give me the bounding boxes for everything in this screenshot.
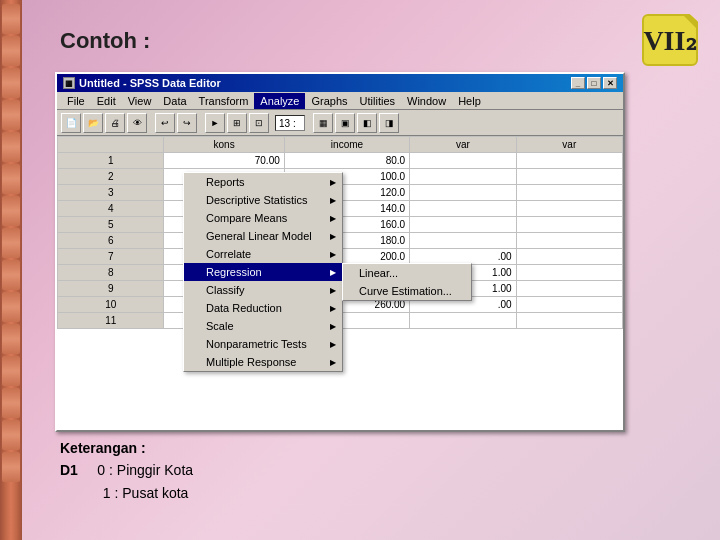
menu-edit[interactable]: Edit xyxy=(91,93,122,109)
chapter-badge: VII₂ xyxy=(642,14,698,66)
col-header-var2: var xyxy=(516,137,622,153)
analyze-dropdown: Reports ▶ Descriptive Statistics ▶ Compa… xyxy=(183,172,343,372)
submenu-arrow: ▶ xyxy=(330,196,336,205)
menu-view[interactable]: View xyxy=(122,93,158,109)
contoh-label: Contoh : xyxy=(60,28,150,54)
submenu-arrow: ▶ xyxy=(330,178,336,187)
close-button[interactable]: ✕ xyxy=(603,77,617,89)
window-title: Untitled - SPSS Data Editor xyxy=(79,77,221,89)
open-button[interactable]: 📂 xyxy=(83,113,103,133)
content-area: kons income var var 1 70.00 80.0 xyxy=(57,136,623,430)
menu-bar: File Edit View Data Transform Analyze Gr… xyxy=(57,92,623,110)
col-header-income: income xyxy=(284,137,409,153)
stats-button4[interactable]: ◨ xyxy=(379,113,399,133)
keterangan-d1: D1 0 : Pinggir Kota xyxy=(60,459,193,481)
cell-var2 xyxy=(516,233,622,249)
col-header-rownum xyxy=(58,137,164,153)
submenu-arrow: ▶ xyxy=(330,214,336,223)
window-icon: ▦ xyxy=(63,77,75,89)
menu-classify[interactable]: Classify ▶ xyxy=(184,281,342,299)
col-header-kons: kons xyxy=(164,137,284,153)
spss-window: ▦ Untitled - SPSS Data Editor _ □ ✕ File… xyxy=(55,72,625,432)
row-num: 2 xyxy=(58,169,164,185)
menu-scale[interactable]: Scale ▶ xyxy=(184,317,342,335)
submenu-arrow: ▶ xyxy=(330,358,336,367)
cell-var1 xyxy=(410,233,516,249)
submenu-arrow: ▶ xyxy=(330,232,336,241)
cell-var1 xyxy=(410,153,516,169)
cell-var2 xyxy=(516,153,622,169)
keterangan-section: Keterangan : D1 0 : Pinggir Kota 1 : Pus… xyxy=(60,437,193,504)
tb-extra3[interactable]: ⊡ xyxy=(249,113,269,133)
keterangan-title: Keterangan : xyxy=(60,437,193,459)
row-num: 9 xyxy=(58,281,164,297)
menu-utilities[interactable]: Utilities xyxy=(354,93,401,109)
preview-button[interactable]: 👁 xyxy=(127,113,147,133)
menu-file[interactable]: File xyxy=(61,93,91,109)
tb-extra1[interactable]: ► xyxy=(205,113,225,133)
submenu-arrow: ▶ xyxy=(330,322,336,331)
submenu-arrow: ▶ xyxy=(330,304,336,313)
stats-button3[interactable]: ◧ xyxy=(357,113,377,133)
menu-help[interactable]: Help xyxy=(452,93,487,109)
minimize-button[interactable]: _ xyxy=(571,77,585,89)
table-row: 1 70.00 80.0 xyxy=(58,153,623,169)
col-header-var1: var xyxy=(410,137,516,153)
menu-graphs[interactable]: Graphs xyxy=(305,93,353,109)
row-num: 4 xyxy=(58,201,164,217)
menu-window[interactable]: Window xyxy=(401,93,452,109)
left-decorative-bar xyxy=(0,0,22,540)
redo-button[interactable]: ↪ xyxy=(177,113,197,133)
row-num: 6 xyxy=(58,233,164,249)
row-num: 1 xyxy=(58,153,164,169)
cell-var2 xyxy=(516,249,622,265)
stats-button2[interactable]: ▣ xyxy=(335,113,355,133)
cell-var2 xyxy=(516,281,622,297)
row-num: 3 xyxy=(58,185,164,201)
cell-var2 xyxy=(516,217,622,233)
cell-var2 xyxy=(516,185,622,201)
menu-descriptive-stats[interactable]: Descriptive Statistics ▶ xyxy=(184,191,342,209)
menu-multiple-response[interactable]: Multiple Response ▶ xyxy=(184,353,342,371)
cell-kons: 70.00 xyxy=(164,153,284,169)
row-num: 5 xyxy=(58,217,164,233)
menu-regression[interactable]: Regression ▶ Linear... Curve Estimation.… xyxy=(184,263,342,281)
toolbar: 📄 📂 🖨 👁 ↩ ↪ ► ⊞ ⊡ 13 : ▦ ▣ ◧ ◨ xyxy=(57,110,623,136)
menu-curve-estimation[interactable]: Curve Estimation... xyxy=(343,282,471,300)
menu-correlate[interactable]: Correlate ▶ xyxy=(184,245,342,263)
cell-var2 xyxy=(516,313,622,329)
row-num: 8 xyxy=(58,265,164,281)
keterangan-d1-1: 1 : Pusat kota xyxy=(60,482,193,504)
row-num: 10 xyxy=(58,297,164,313)
row-num: 11 xyxy=(58,313,164,329)
menu-reports[interactable]: Reports ▶ xyxy=(184,173,342,191)
cell-var1 xyxy=(410,169,516,185)
tb-extra2[interactable]: ⊞ xyxy=(227,113,247,133)
menu-analyze[interactable]: Analyze xyxy=(254,93,305,109)
new-button[interactable]: 📄 xyxy=(61,113,81,133)
menu-compare-means[interactable]: Compare Means ▶ xyxy=(184,209,342,227)
menu-transform[interactable]: Transform xyxy=(193,93,255,109)
row-num: 7 xyxy=(58,249,164,265)
title-controls: _ □ ✕ xyxy=(571,77,617,89)
menu-data[interactable]: Data xyxy=(157,93,192,109)
title-bar: ▦ Untitled - SPSS Data Editor _ □ ✕ xyxy=(57,74,623,92)
cell-reference: 13 : xyxy=(275,115,305,131)
cell-var2 xyxy=(516,201,622,217)
cell-income: 80.0 xyxy=(284,153,409,169)
maximize-button[interactable]: □ xyxy=(587,77,601,89)
undo-button[interactable]: ↩ xyxy=(155,113,175,133)
print-button[interactable]: 🖨 xyxy=(105,113,125,133)
submenu-arrow: ▶ xyxy=(330,340,336,349)
cell-var2 xyxy=(516,297,622,313)
menu-linear[interactable]: Linear... xyxy=(343,264,471,282)
submenu-arrow: ▶ xyxy=(330,250,336,259)
stats-button1[interactable]: ▦ xyxy=(313,113,333,133)
cell-var2 xyxy=(516,169,622,185)
submenu-arrow: ▶ xyxy=(330,268,336,277)
submenu-arrow: ▶ xyxy=(330,286,336,295)
menu-data-reduction[interactable]: Data Reduction ▶ xyxy=(184,299,342,317)
menu-general-linear[interactable]: General Linear Model ▶ xyxy=(184,227,342,245)
menu-nonparametric[interactable]: Nonparametric Tests ▶ xyxy=(184,335,342,353)
cell-var1 xyxy=(410,201,516,217)
